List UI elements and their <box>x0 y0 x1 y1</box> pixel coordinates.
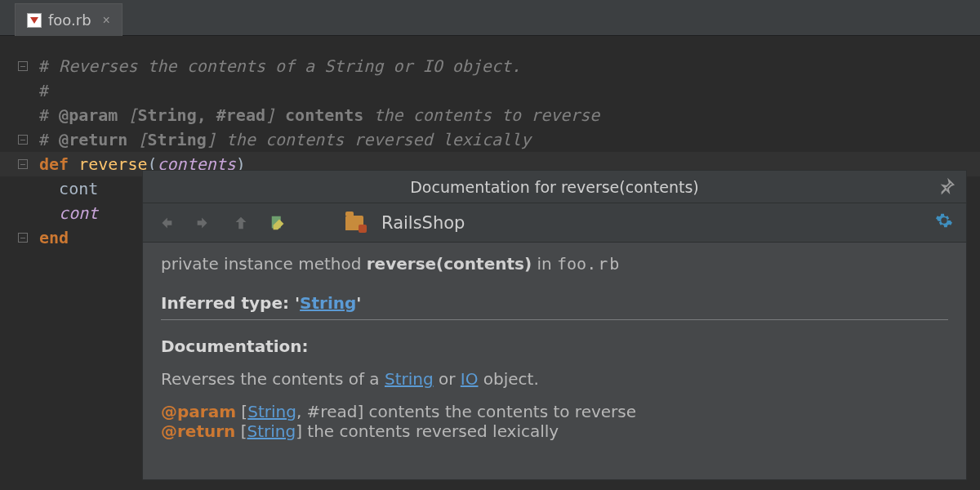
gutter[interactable] <box>7 233 39 243</box>
param-tag: @param <box>161 402 236 421</box>
code-text: # <box>39 81 49 100</box>
summary-pre: Reverses the contents of a <box>161 369 385 389</box>
code-text: # Reverses the contents of a String or I… <box>39 56 521 76</box>
divider <box>161 319 948 320</box>
return-rest: ] the contents reversed lexically <box>296 421 559 441</box>
pin-icon[interactable] <box>938 177 956 195</box>
ruby-file-icon <box>27 13 42 28</box>
code-text: cont <box>39 179 98 198</box>
inferred-label: Inferred type: <box>161 293 295 313</box>
forward-icon[interactable] <box>194 213 213 233</box>
sig-ext: .rb <box>586 254 621 274</box>
documentation-popup: Documentation for reverse(contents) Rail… <box>142 170 967 480</box>
code-text: # @return [String] the contents reversed… <box>39 130 531 149</box>
doc-summary: Reverses the contents of a String or IO … <box>161 369 948 389</box>
gutter[interactable] <box>7 159 39 169</box>
back-icon[interactable] <box>156 213 176 233</box>
gutter[interactable] <box>7 61 39 71</box>
fold-toggle-icon[interactable] <box>18 159 28 169</box>
summary-mid: or <box>434 369 461 389</box>
tab-bar: foo.rb × <box>0 0 980 36</box>
doc-popup-titlebar[interactable]: Documentation for reverse(contents) <box>143 171 966 203</box>
code-text: # @param [String, #read] contents the co… <box>39 105 599 125</box>
sig-name: reverse(contents) <box>367 254 532 274</box>
code-line[interactable]: # <box>0 78 980 103</box>
fold-toggle-icon[interactable] <box>18 135 28 145</box>
inferred-type-link[interactable]: String <box>300 293 356 313</box>
yard-param: @param [String, #read] contents the cont… <box>161 402 948 421</box>
string-link[interactable]: String <box>385 369 434 389</box>
param-type-link[interactable]: String <box>247 402 296 421</box>
return-type-link[interactable]: String <box>247 421 296 441</box>
close-tab-icon[interactable]: × <box>98 13 110 28</box>
inferred-type-line: Inferred type: 'String' <box>161 293 948 313</box>
doc-toolbar: RailsShop <box>143 203 966 243</box>
yard-return: @return [String] the contents reversed l… <box>161 421 948 441</box>
code-line[interactable]: # @return [String] the contents reversed… <box>0 127 980 152</box>
code-line[interactable]: # @param [String, #read] contents the co… <box>0 103 980 127</box>
return-tag: @return <box>161 421 235 441</box>
file-tab-foo-rb[interactable]: foo.rb × <box>15 3 122 36</box>
gutter[interactable] <box>7 135 39 145</box>
doc-signature: private instance method reverse(contents… <box>161 254 948 274</box>
param-rest: , #read] contents the contents to revers… <box>296 402 636 421</box>
sig-prefix: private instance method <box>161 254 367 274</box>
gear-icon[interactable] <box>935 212 953 234</box>
io-link[interactable]: IO <box>461 369 479 389</box>
doc-popup-title: Documentation for reverse(contents) <box>410 178 699 196</box>
doc-heading: Documentation: <box>161 336 948 356</box>
code-line[interactable]: # Reverses the contents of a String or I… <box>0 54 980 78</box>
fold-toggle-icon[interactable] <box>18 233 28 243</box>
sig-file: foo <box>557 254 586 274</box>
code-text: cont <box>39 203 98 223</box>
project-folder-icon <box>345 216 363 230</box>
fold-toggle-icon[interactable] <box>18 61 28 71</box>
tab-filename: foo.rb <box>48 11 91 29</box>
sig-in: in <box>532 254 557 274</box>
edit-source-icon[interactable] <box>269 213 288 233</box>
doc-body: private instance method reverse(contents… <box>143 243 966 441</box>
up-icon[interactable] <box>231 213 251 233</box>
summary-post: object. <box>478 369 538 389</box>
breadcrumb[interactable]: RailsShop <box>381 213 465 233</box>
code-text: end <box>39 228 69 247</box>
